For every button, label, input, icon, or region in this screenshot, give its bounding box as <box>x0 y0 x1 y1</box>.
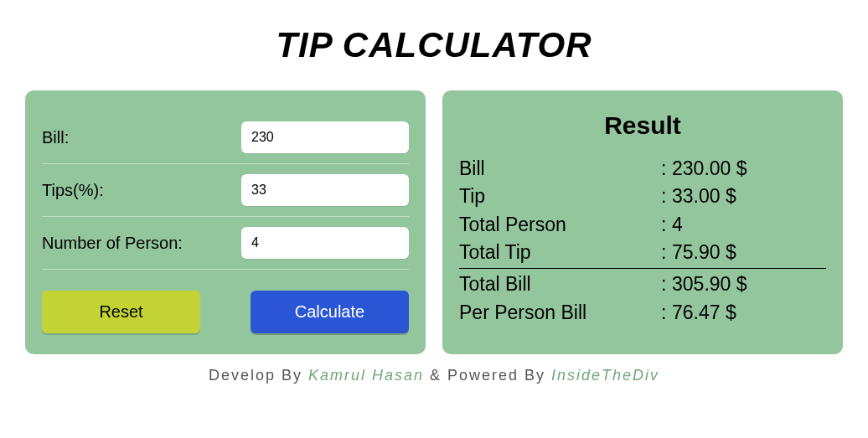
button-row: Reset Calculate <box>42 291 409 333</box>
bill-label: Bill: <box>42 128 69 147</box>
person-input[interactable] <box>241 227 409 259</box>
result-total-tip-label: Total Tip <box>459 239 661 266</box>
result-bill-value: 230.00 $ <box>672 155 826 183</box>
result-bill-row: Bill : 230.00 $ <box>459 155 826 183</box>
calculate-button[interactable]: Calculate <box>251 291 409 333</box>
result-tip-label: Tip <box>459 183 661 210</box>
result-total-bill-value: 305.90 $ <box>672 271 826 298</box>
result-per-person-row: Per Person Bill : 76.47 $ <box>459 299 826 327</box>
tips-label: Tips(%): <box>42 181 104 200</box>
result-divider <box>459 268 826 269</box>
result-heading: Result <box>459 111 826 140</box>
result-total-tip-value: 75.90 $ <box>672 239 826 266</box>
result-bill-label: Bill <box>459 155 661 183</box>
page-title: TIP CALCULATOR <box>25 25 843 65</box>
tips-input[interactable] <box>241 174 409 206</box>
tips-row: Tips(%): <box>42 164 409 217</box>
result-colon: : <box>661 271 672 298</box>
main-container: Bill: Tips(%): Number of Person: Reset C… <box>25 90 843 354</box>
footer: Develop By Kamrul Hasan & Powered By Ins… <box>25 367 843 384</box>
result-per-person-value: 76.47 $ <box>672 299 826 327</box>
person-label: Number of Person: <box>42 234 183 253</box>
reset-button[interactable]: Reset <box>42 291 200 333</box>
result-tip-value: 33.00 $ <box>672 183 826 210</box>
result-colon: : <box>661 239 672 266</box>
result-colon: : <box>661 299 672 327</box>
result-per-person-label: Per Person Bill <box>459 299 661 327</box>
result-panel: Result Bill : 230.00 $ Tip : 33.00 $ Tot… <box>442 90 843 354</box>
result-total-person-label: Total Person <box>459 211 661 239</box>
result-total-person-value: 4 <box>672 211 826 239</box>
result-colon: : <box>661 211 672 239</box>
footer-pre: Develop By <box>209 367 308 384</box>
footer-mid: & Powered By <box>424 367 551 384</box>
result-total-tip-row: Total Tip : 75.90 $ <box>459 239 826 266</box>
result-colon: : <box>661 183 672 210</box>
result-total-person-row: Total Person : 4 <box>459 211 826 239</box>
footer-author-link[interactable]: Kamrul Hasan <box>308 367 424 384</box>
result-tip-row: Tip : 33.00 $ <box>459 183 826 210</box>
footer-powered-link[interactable]: InsideTheDiv <box>551 367 659 384</box>
result-total-bill-label: Total Bill <box>459 271 661 298</box>
input-panel: Bill: Tips(%): Number of Person: Reset C… <box>25 90 426 354</box>
result-colon: : <box>661 155 672 183</box>
result-total-bill-row: Total Bill : 305.90 $ <box>459 271 826 298</box>
bill-row: Bill: <box>42 111 409 164</box>
person-row: Number of Person: <box>42 217 409 270</box>
bill-input[interactable] <box>241 121 409 153</box>
